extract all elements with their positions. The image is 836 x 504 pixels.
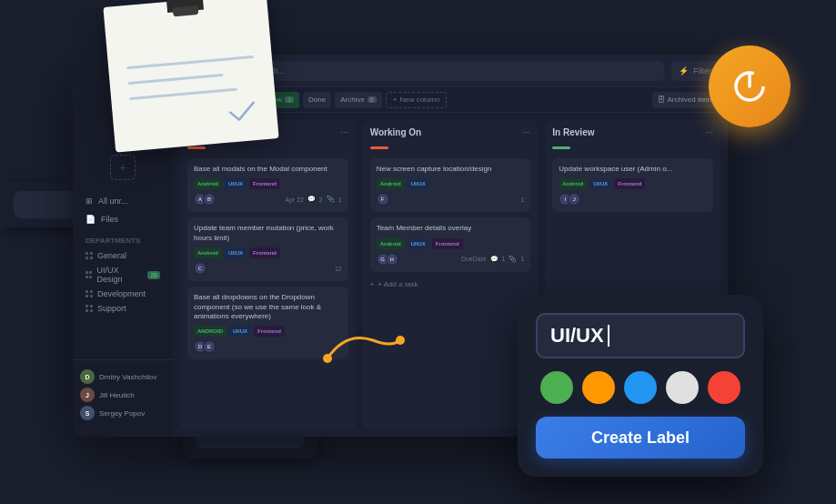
card-attachments-2-2: 1 bbox=[520, 256, 524, 262]
sidebar-item-files-label: Files bbox=[101, 215, 118, 224]
tab-archive-label: Archive bbox=[340, 96, 365, 104]
avatar-item-dmitry: D Dmitry Vashchilov bbox=[80, 368, 166, 386]
mini-avatar-3: C bbox=[194, 262, 206, 275]
card-title-1-1: Base all modals on the Modal component bbox=[194, 165, 342, 174]
add-task-button-2[interactable]: + + Add a task bbox=[370, 277, 531, 291]
card-comments-2-2: 1 bbox=[502, 256, 506, 262]
mini-avatar-6: F bbox=[377, 193, 389, 206]
power-button[interactable] bbox=[709, 45, 791, 127]
label-input-container[interactable]: UI/UX bbox=[536, 313, 745, 358]
mini-avatar-5: E bbox=[203, 340, 216, 353]
connector-svg bbox=[318, 322, 409, 368]
color-palette bbox=[536, 371, 745, 404]
col-header-3: In Review ··· bbox=[552, 127, 713, 137]
checkmark-svg bbox=[226, 99, 259, 124]
card-footer-1-1: A B Apr 22 💬 2 📎 1 bbox=[194, 193, 342, 206]
avatar-list: D Dmitry Vashchilov J Jill Heutich S Ser… bbox=[73, 359, 173, 429]
card-tags-1-1: Android UI/UX Frontend bbox=[194, 178, 342, 189]
comment-icon-2: 💬 bbox=[490, 256, 499, 263]
card-tags-3-1: Android UI/UX Frontend bbox=[559, 178, 707, 189]
departments-section-title: Departments bbox=[80, 229, 166, 248]
dept-general[interactable]: General bbox=[80, 248, 166, 263]
kanban-card-2-2: Team Member details overlay Android UI/U… bbox=[370, 217, 531, 271]
tab-done[interactable]: Done bbox=[303, 92, 331, 108]
tag-uiux-2-2: UI/UX bbox=[408, 238, 429, 249]
col-menu-2[interactable]: ··· bbox=[523, 127, 530, 137]
tag-frontend-2-2: Frontend bbox=[432, 238, 463, 249]
tag-frontend-1-2: Frontend bbox=[249, 247, 280, 258]
text-cursor bbox=[608, 325, 609, 347]
notepad-line-2 bbox=[128, 73, 224, 84]
archive-icon: 🗄 bbox=[658, 96, 665, 104]
notepad-clip bbox=[166, 0, 204, 13]
col-menu-1[interactable]: ··· bbox=[340, 127, 347, 137]
card-date-1-1: Apr 22 bbox=[285, 197, 304, 203]
plus-icon: + bbox=[393, 96, 398, 104]
sidebar-plus-icon[interactable]: + bbox=[110, 155, 136, 180]
dept-development[interactable]: Development bbox=[80, 287, 166, 301]
tab-archive[interactable]: Archive 6 bbox=[335, 92, 382, 108]
plus-icon-2: + bbox=[370, 280, 375, 288]
card-title-3-1: Update workspace user (Admin o... bbox=[559, 165, 707, 174]
sidebar-item-files[interactable]: 📄 Files bbox=[80, 211, 166, 227]
new-column-label: New column bbox=[399, 96, 439, 104]
create-label-button[interactable]: Create Label bbox=[536, 417, 745, 459]
dept-general-icon bbox=[86, 252, 93, 259]
tag-android-2-1: Android bbox=[377, 178, 405, 189]
avatar-name-jill: Jill Heutich bbox=[99, 391, 135, 399]
color-red[interactable] bbox=[708, 371, 740, 404]
tab-done-label: Done bbox=[308, 96, 326, 104]
tag-frontend-3-1: Frontend bbox=[614, 178, 645, 189]
tag-frontend-1-1: Frontend bbox=[249, 178, 280, 189]
power-icon bbox=[727, 64, 772, 109]
file-icon: 📄 bbox=[86, 215, 96, 224]
filter-icon: ⚡ bbox=[679, 66, 689, 76]
tag-android-1-3: ANDROID bbox=[194, 326, 227, 337]
card-comments-1-1: 2 bbox=[319, 197, 323, 203]
card-footer-1-2: C 12 bbox=[194, 262, 342, 275]
dept-uiux-badge: 28 bbox=[147, 271, 160, 279]
color-green[interactable] bbox=[540, 371, 573, 404]
card-tags-1-2: Android UI/UX Frontend bbox=[194, 247, 342, 258]
col-header-2: Working On ··· bbox=[370, 127, 531, 137]
card-footer-2-2: G H DueDate 💬 1 📎 1 bbox=[377, 253, 525, 266]
col-menu-3[interactable]: ··· bbox=[706, 127, 713, 137]
color-blue[interactable] bbox=[624, 371, 657, 404]
tag-frontend-1-3: Frontend bbox=[254, 326, 285, 337]
color-orange[interactable] bbox=[582, 371, 615, 404]
col-title-3: In Review bbox=[552, 127, 594, 137]
card-title-1-2: Update team member mutation (price, work… bbox=[194, 224, 342, 243]
new-column-button[interactable]: + New column bbox=[386, 92, 448, 108]
dept-uiux-icon bbox=[86, 271, 92, 278]
tag-uiux-1-3: UI/UX bbox=[229, 326, 251, 337]
card-avatars-1-1: A B bbox=[194, 193, 216, 206]
avatar-circle-sergey: S bbox=[80, 406, 95, 420]
notepad-line-1 bbox=[126, 55, 254, 68]
tag-android-2-2: Android bbox=[377, 238, 405, 249]
col-title-2: Working On bbox=[370, 127, 421, 137]
card-title-2-1: New screen capture location/design bbox=[377, 165, 525, 174]
card-avatars-2-2: G H bbox=[377, 253, 398, 266]
tag-android-3-1: Android bbox=[559, 178, 587, 189]
label-creator-widget: UI/UX Create Label bbox=[518, 295, 763, 477]
card-attachments-1-1: 1 bbox=[338, 197, 342, 203]
dept-support[interactable]: Support bbox=[80, 301, 166, 316]
card-tags-2-1: Android UI/UX bbox=[377, 178, 525, 189]
color-white[interactable] bbox=[666, 371, 699, 404]
card-avatars-3-1: I J bbox=[559, 193, 580, 206]
add-task-label-2: + Add a task bbox=[378, 280, 418, 288]
kanban-card-1-1: Base all modals on the Modal component A… bbox=[187, 158, 348, 212]
search-bar[interactable]: 🔍 Search... bbox=[230, 61, 664, 81]
notepad-decoration bbox=[103, 0, 278, 153]
card-avatars-2-1: F bbox=[377, 193, 389, 206]
dept-dev-icon bbox=[86, 290, 93, 297]
label-input-value: UI/UX bbox=[550, 324, 604, 348]
dept-uiux[interactable]: UI/UX Design 28 bbox=[80, 263, 166, 287]
col-indicator-1 bbox=[187, 146, 206, 149]
tag-android-1-1: Android bbox=[194, 178, 222, 189]
attach-icon-2: 📎 bbox=[509, 256, 517, 263]
comment-icon: 💬 bbox=[307, 196, 316, 203]
dept-general-label: General bbox=[97, 251, 126, 260]
card-title-1-3: Base all dropdowns on the Dropdown compo… bbox=[194, 293, 342, 321]
sidebar-item-allunread[interactable]: ⊞ All unr... bbox=[80, 193, 166, 209]
